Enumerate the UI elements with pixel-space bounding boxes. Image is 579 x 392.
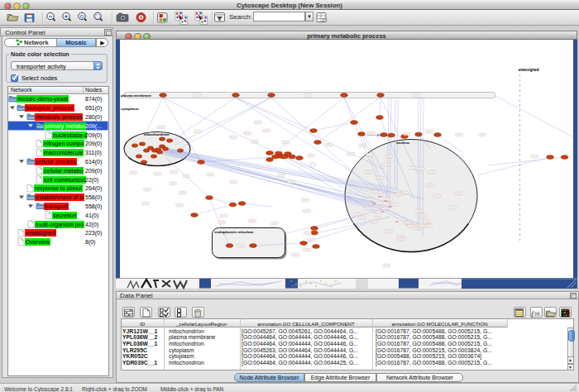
- svg-text:plasma membrane: plasma membrane: [121, 93, 151, 98]
- svg-text:endoplasmic reticulum: endoplasmic reticulum: [215, 230, 254, 234]
- svg-text:(x): (x): [535, 311, 540, 316]
- svg-text:mitochondrion: mitochondrion: [144, 132, 170, 136]
- svg-text:unassigned: unassigned: [519, 68, 539, 72]
- svg-text:cytoplasm: cytoplasm: [121, 107, 139, 111]
- svg-text:nucleus: nucleus: [396, 141, 410, 145]
